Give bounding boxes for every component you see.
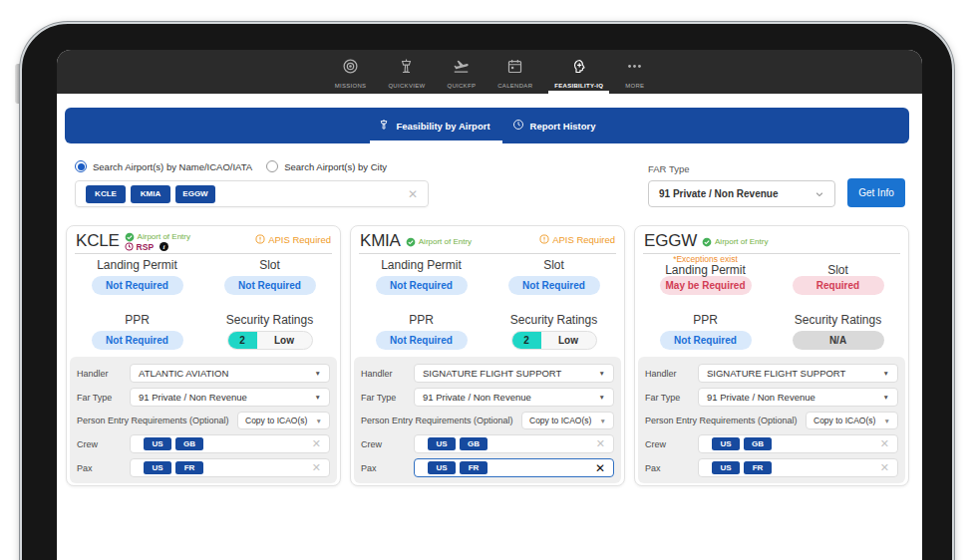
info-icon[interactable]: i xyxy=(160,242,168,251)
slot-label: Slot xyxy=(203,258,336,272)
crew-tag[interactable]: GB xyxy=(175,437,203,451)
nav-label: CALENDAR xyxy=(497,83,532,89)
tab-report-history[interactable]: Report History xyxy=(512,108,596,143)
airport-code: KCLE xyxy=(76,230,120,253)
card-form: Handler SIGNATURE FLIGHT SUPPORT ▼ Far T… xyxy=(354,357,621,483)
pax-tag[interactable]: US xyxy=(144,461,171,475)
pax-tag[interactable]: FR xyxy=(175,461,203,475)
clear-pax-icon[interactable]: ✕ xyxy=(312,461,321,474)
nav-label: MORE xyxy=(625,83,644,89)
crew-tag[interactable]: GB xyxy=(744,437,772,451)
far-type-label: Far Type xyxy=(645,393,698,403)
nav-item-calendar[interactable]: CALENDAR xyxy=(497,50,532,94)
airport-of-entry-badge: Airport of Entry xyxy=(406,237,472,247)
top-navbar: MISSIONSQUICKVIEWQUICKFPCALENDARFEASIBIL… xyxy=(57,50,922,94)
crew-tag[interactable]: US xyxy=(144,437,171,451)
crew-tag[interactable]: US xyxy=(428,437,456,451)
clear-crew-icon[interactable]: ✕ xyxy=(312,437,321,450)
check-circle-icon xyxy=(125,232,135,242)
radio-search-by-name[interactable]: Search Airport(s) by Name/ICAO/IATA xyxy=(75,160,252,172)
caret-down-icon: ▼ xyxy=(315,370,321,377)
clear-search-icon[interactable]: ✕ xyxy=(408,187,418,201)
security-rating-widget: 2 Low xyxy=(511,331,597,350)
pax-input[interactable]: US FR ✕ xyxy=(130,458,330,477)
ppr-label: PPR xyxy=(639,313,772,327)
pax-tag[interactable]: FR xyxy=(744,461,772,475)
crew-input[interactable]: US GB ✕ xyxy=(130,434,330,453)
radio-search-by-city[interactable]: Search Airport(s) by City xyxy=(266,160,387,172)
far-type-select[interactable]: 91 Private / Non Revenue ▼ xyxy=(414,388,614,407)
get-info-button[interactable]: Get Info xyxy=(847,178,905,207)
apis-required-badge: APIS Required xyxy=(539,230,615,253)
crew-input[interactable]: US GB ✕ xyxy=(698,434,898,453)
handler-select[interactable]: SIGNATURE FLIGHT SUPPORT ▼ xyxy=(698,364,898,383)
airport-tag[interactable]: KMIA xyxy=(131,185,170,203)
security-ratings-label: Security Ratings xyxy=(487,313,620,327)
copy-to-icao-select[interactable]: Copy to ICAO(s) ▼ xyxy=(806,412,898,429)
handler-label: Handler xyxy=(645,369,698,379)
copy-to-icao-value: Copy to ICAO(s) xyxy=(529,416,591,425)
airport-of-entry-badge: Airport of Entry xyxy=(125,232,190,242)
aoe-label: Airport of Entry xyxy=(715,237,768,246)
nav-label: QUICKVIEW xyxy=(388,83,425,89)
airport-card: KMIA Airport of Entry i APIS Required xyxy=(350,225,625,486)
pax-tag[interactable]: US xyxy=(428,461,456,475)
handler-select[interactable]: ATLANTIC AVIATION ▼ xyxy=(130,364,330,383)
far-type-select[interactable]: 91 Private / Non Revenue ▼ xyxy=(130,388,330,407)
pax-label: Pax xyxy=(77,463,130,473)
slot-label: Slot xyxy=(487,258,620,272)
airport-cards: KCLE Airport of Entry RSP i APIS Require… xyxy=(57,217,922,486)
caret-down-icon: ▼ xyxy=(599,394,605,401)
far-type-label: Far Type xyxy=(361,393,414,403)
crew-label: Crew xyxy=(361,439,414,449)
radio-icon[interactable] xyxy=(266,160,278,172)
history-clock-icon xyxy=(512,119,524,133)
slot-label: Slot xyxy=(772,258,904,277)
more-icon xyxy=(626,58,643,79)
card-form: Handler SIGNATURE FLIGHT SUPPORT ▼ Far T… xyxy=(638,357,905,483)
copy-to-icao-select[interactable]: Copy to ICAO(s) ▼ xyxy=(521,412,614,429)
clear-pax-icon[interactable]: ✕ xyxy=(595,461,605,475)
pax-tag[interactable]: FR xyxy=(460,461,487,475)
pax-input[interactable]: US FR ✕ xyxy=(414,458,614,477)
clear-crew-icon[interactable]: ✕ xyxy=(880,437,889,450)
nav-item-feasibility-iq[interactable]: FEASIBILITY-IQ xyxy=(554,50,603,94)
copy-to-icao-select[interactable]: Copy to ICAO(s) ▼ xyxy=(237,412,330,429)
ppr-status: Not Required xyxy=(660,331,752,350)
far-type-label: FAR Type xyxy=(648,163,835,174)
radio-icon[interactable] xyxy=(75,160,87,172)
airport-tag[interactable]: EGGW xyxy=(175,185,215,203)
caret-down-icon: ▼ xyxy=(884,418,890,424)
security-score: 2 xyxy=(228,332,257,349)
crew-tag[interactable]: GB xyxy=(460,437,487,451)
tab-feasibility-by-airport[interactable]: Feasibility by Airport xyxy=(378,108,489,143)
person-entry-label: Person Entry Requirements (Optional) xyxy=(77,416,229,425)
caret-down-icon: ▼ xyxy=(600,418,606,424)
far-type-select[interactable]: 91 Private / Non Revenue ▼ xyxy=(698,388,898,407)
crew-input[interactable]: US GB ✕ xyxy=(414,434,614,453)
nav-label: FEASIBILITY-IQ xyxy=(554,83,603,89)
pax-tag[interactable]: US xyxy=(712,461,740,475)
nav-item-quickview[interactable]: QUICKVIEW xyxy=(388,50,425,94)
crew-tag[interactable]: US xyxy=(712,437,740,451)
nav-item-quickfp[interactable]: QUICKFP xyxy=(447,50,476,94)
nav-item-more[interactable]: MORE xyxy=(625,50,644,94)
ppr-label: PPR xyxy=(355,313,487,327)
tab-label: Report History xyxy=(530,121,596,132)
clear-pax-icon[interactable]: ✕ xyxy=(880,461,889,474)
pax-input[interactable]: US FR ✕ xyxy=(698,458,898,477)
airport-search-input[interactable]: KCLEKMIAEGGW ✕ xyxy=(75,180,429,207)
airport-tag[interactable]: KCLE xyxy=(86,185,126,203)
security-rating-widget: 2 Low xyxy=(227,331,313,350)
far-type-select[interactable]: 91 Private / Non Revenue xyxy=(648,180,835,207)
handler-select[interactable]: SIGNATURE FLIGHT SUPPORT ▼ xyxy=(414,364,614,383)
landing-permit-label: Landing Permit xyxy=(71,258,203,272)
feasibility-iq-icon xyxy=(570,58,587,79)
radio-label: Search Airport(s) by Name/ICAO/IATA xyxy=(93,161,252,172)
missions-icon xyxy=(342,58,359,79)
clear-crew-icon[interactable]: ✕ xyxy=(596,437,605,450)
search-section: Search Airport(s) by Name/ICAO/IATA Sear… xyxy=(57,143,922,217)
nav-item-missions[interactable]: MISSIONS xyxy=(335,50,367,94)
handler-value: ATLANTIC AVIATION xyxy=(139,368,228,379)
security-ratings-label: Security Ratings xyxy=(772,313,904,327)
